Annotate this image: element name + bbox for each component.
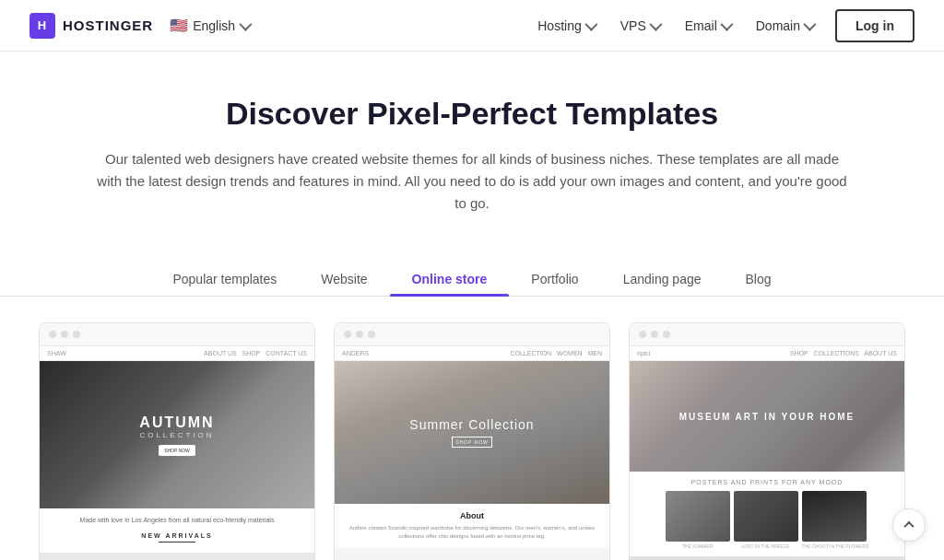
card-1-bottom: Made with love in Los Angeles from all n…	[40, 508, 314, 553]
chevron-down-icon	[584, 18, 597, 30]
card-2-nav-links: COLLECTION WOMEN MEN	[510, 350, 602, 356]
nav-hosting[interactable]: Hosting	[526, 11, 605, 41]
scroll-to-top-button[interactable]	[892, 508, 926, 542]
card-2-overlay: Summer Collection SHOP NOW	[409, 417, 534, 448]
card-3-subtitle: POSTERS AND PRINTS FOR ANY MOOD	[637, 479, 897, 485]
card-1-new-arrivals: NEW ARRIVALS	[47, 532, 307, 539]
dot-yellow	[356, 331, 363, 338]
mini-image-ghost	[802, 491, 867, 542]
dot-yellow	[651, 331, 658, 338]
card-3-images: THE SUMMER LOST IN THE BREEZE THE GHOST …	[637, 491, 897, 549]
card-3-nav: ripici SHOP COLLECTIONS ABOUT US	[630, 346, 904, 361]
hero-description: Our talented web designers have created …	[94, 148, 850, 215]
card-1-site-name: SHAW	[47, 350, 66, 356]
mini-caption-3: THE GHOST IN THE FLOWERS	[802, 543, 869, 549]
chevron-down-icon	[720, 18, 733, 30]
card-3-image-3: THE GHOST IN THE FLOWERS	[802, 491, 869, 549]
card-2-about-text: Anders creates Scandic-inspired wardrobe…	[342, 524, 602, 541]
card-1-hero-subtitle: COLLECTION	[139, 431, 214, 439]
dot-red	[344, 331, 351, 338]
tab-website[interactable]: Website	[299, 262, 389, 296]
dot-green	[73, 331, 80, 338]
logo[interactable]: H HOSTINGER	[30, 13, 153, 39]
card-3-screenshot: ripici SHOP COLLECTIONS ABOUT US MUSEUM …	[630, 346, 904, 560]
tab-online-store[interactable]: Online store	[390, 262, 510, 296]
dot-green	[368, 331, 375, 338]
login-button[interactable]: Log in	[835, 9, 914, 42]
template-card-3[interactable]: ripici SHOP COLLECTIONS ABOUT US MUSEUM …	[629, 322, 905, 560]
tab-landing-page[interactable]: Landing page	[601, 262, 724, 296]
tab-blog[interactable]: Blog	[724, 262, 794, 296]
dot-yellow	[61, 331, 68, 338]
mini-caption-1: THE SUMMER	[666, 543, 730, 549]
hero-section: Discover Pixel-Perfect Templates Our tal…	[0, 52, 944, 233]
chevron-down-icon	[803, 18, 816, 30]
card-3-bottom: POSTERS AND PRINTS FOR ANY MOOD THE SUMM…	[630, 472, 904, 556]
card-2-about-title: About	[342, 511, 602, 520]
card-2-nav: ANDERS COLLECTION WOMEN MEN	[335, 346, 609, 361]
card-1-nav: SHAW ABOUT US SHOP CONTACT US	[40, 346, 314, 361]
mini-image-summer	[666, 491, 730, 542]
card-1-hero-title: AUTUMN	[139, 414, 214, 431]
card-1-hero: AUTUMN COLLECTION SHOP NOW	[40, 361, 314, 508]
nav-domain[interactable]: Domain	[745, 11, 824, 41]
card-1-shop-btn: SHOP NOW	[159, 445, 195, 456]
nav-left: H HOSTINGER 🇺🇸 English	[30, 13, 249, 39]
chevron-down-icon	[649, 18, 662, 30]
nav-email[interactable]: Email	[674, 11, 741, 41]
logo-icon: H	[30, 13, 55, 39]
chevron-down-icon	[239, 18, 252, 30]
template-card-1[interactable]: SHAW ABOUT US SHOP CONTACT US AUTUMN COL…	[39, 322, 315, 560]
browser-bar-1	[40, 323, 314, 346]
language-selector[interactable]: 🇺🇸 English	[170, 17, 249, 34]
tab-portfolio[interactable]: Portfolio	[509, 262, 600, 296]
card-1-desc: Made with love in Los Angeles from all n…	[47, 516, 307, 525]
template-tabs: Popular templates Website Online store P…	[0, 262, 944, 297]
card-3-nav-links: SHOP COLLECTIONS ABOUT US	[790, 350, 897, 356]
card-3-hero: MUSEUM ART IN YOUR HOME	[630, 361, 904, 472]
mini-image-breeze	[734, 491, 798, 542]
logo-text: HOSTINGER	[63, 18, 153, 33]
card-1-overlay: AUTUMN COLLECTION SHOP NOW	[139, 414, 214, 456]
card-2-site-name: ANDERS	[342, 350, 369, 356]
template-card-2[interactable]: ANDERS COLLECTION WOMEN MEN Summer Colle…	[334, 322, 610, 560]
browser-bar-2	[335, 323, 609, 346]
card-2-hero-text: Summer Collection	[409, 417, 534, 432]
card-2-screenshot: ANDERS COLLECTION WOMEN MEN Summer Colle…	[335, 346, 609, 560]
hero-title: Discover Pixel-Perfect Templates	[37, 96, 907, 132]
language-label: English	[193, 18, 235, 33]
navbar: H HOSTINGER 🇺🇸 English Hosting VPS Email…	[0, 0, 944, 52]
card-1-screenshot: SHAW ABOUT US SHOP CONTACT US AUTUMN COL…	[40, 346, 314, 560]
mini-caption-2: LOST IN THE BREEZE	[734, 543, 798, 549]
flag-icon: 🇺🇸	[170, 17, 188, 34]
dot-green	[663, 331, 670, 338]
card-3-image-1: THE SUMMER	[666, 491, 730, 549]
dot-red	[49, 331, 56, 338]
card-1-nav-links: ABOUT US SHOP CONTACT US	[204, 350, 307, 356]
card-2-shop-btn: SHOP NOW	[452, 437, 492, 448]
card-3-overlay: MUSEUM ART IN YOUR HOME	[679, 412, 855, 422]
card-2-hero: Summer Collection SHOP NOW	[335, 361, 609, 504]
card-1-underline	[159, 542, 195, 542]
chevron-up-icon	[903, 521, 914, 531]
card-3-hero-text: MUSEUM ART IN YOUR HOME	[679, 412, 855, 422]
templates-grid: SHAW ABOUT US SHOP CONTACT US AUTUMN COL…	[0, 322, 944, 560]
dot-red	[639, 331, 646, 338]
nav-vps[interactable]: VPS	[609, 11, 670, 41]
card-3-site-name: ripici	[637, 350, 650, 356]
browser-bar-3	[630, 323, 904, 346]
nav-right: Hosting VPS Email Domain Log in	[526, 9, 914, 42]
card-3-image-2: LOST IN THE BREEZE	[734, 491, 798, 549]
tab-popular-templates[interactable]: Popular templates	[150, 262, 299, 296]
card-2-bottom: About Anders creates Scandic-inspired wa…	[335, 504, 609, 548]
